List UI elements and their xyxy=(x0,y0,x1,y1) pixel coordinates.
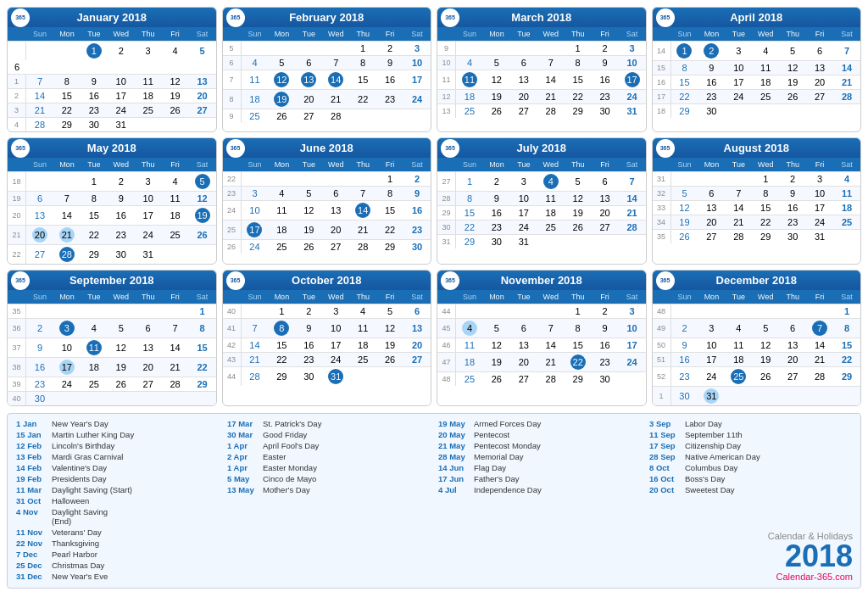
holiday-col-3: 3 SepLabor Day11 SepSeptember 11th17 Sep… xyxy=(649,419,852,496)
day-number: 26 xyxy=(303,242,314,252)
holiday-name: Flag Day xyxy=(474,463,506,472)
holiday-name: Pearl Harbor xyxy=(52,550,97,559)
day-header-Fri: Fri xyxy=(592,29,619,39)
day-cell-wrap: 10 xyxy=(806,187,833,200)
day-number: 30 xyxy=(787,232,798,242)
holiday-date: 5 May xyxy=(227,474,259,483)
day-number: 22 xyxy=(573,92,583,102)
day-cell-wrap: 20 xyxy=(592,206,619,220)
day-number: 3 xyxy=(709,323,714,333)
day-number: 26 xyxy=(492,106,502,116)
day-cell-wrap: 8 xyxy=(833,319,860,338)
day-cell-wrap: 8 xyxy=(81,192,108,205)
day-number: 14 xyxy=(842,63,852,73)
day-number: 21 xyxy=(546,92,556,102)
day-cell-wrap: 27 xyxy=(295,109,322,123)
day-number: 2 xyxy=(306,306,311,316)
day-cell-wrap: 12 xyxy=(752,338,779,352)
day-cell-wrap xyxy=(779,387,806,405)
day-number: 31 xyxy=(626,106,637,116)
holiday-name: Columbus Day xyxy=(685,463,737,472)
day-cell-wrap: 13 xyxy=(592,192,619,205)
day-number: 9 xyxy=(415,188,420,198)
holiday-name: Native American Day xyxy=(685,452,760,461)
day-header-Thu: Thu xyxy=(779,292,806,302)
day-cell-wrap xyxy=(135,118,162,131)
day-number: 29 xyxy=(197,379,207,389)
day-number: 4 xyxy=(252,58,257,68)
day-cell-wrap: 22 xyxy=(752,215,779,229)
holiday-name: Halloween xyxy=(52,496,89,505)
day-cell-wrap: 21 xyxy=(322,90,349,109)
week-row-0: 1812345 xyxy=(8,171,216,191)
holiday-row: 1 JanNew Year's Day xyxy=(16,419,219,428)
day-number: 3 xyxy=(629,43,634,53)
day-number: 23 xyxy=(89,105,99,115)
holiday-date: 17 Sep xyxy=(649,441,682,450)
day-number: 25 xyxy=(546,222,556,232)
day-number: 6 xyxy=(817,46,822,56)
day-cell-wrap: 31 xyxy=(806,230,833,243)
day-cell-wrap: 22 xyxy=(671,90,698,103)
day-cell-wrap: 24 xyxy=(135,226,162,244)
day-cell-wrap: 27 xyxy=(322,240,349,254)
day-cell-wrap: 21 xyxy=(349,220,376,239)
day-number: 14 xyxy=(815,340,825,350)
brand-url: Calendar-365.com xyxy=(768,572,853,582)
day-number: 18 xyxy=(358,340,368,350)
day-number: 31 xyxy=(116,120,126,130)
day-number: 23 xyxy=(35,379,45,389)
day-number: 15 xyxy=(760,203,771,213)
holiday-name: New Year's Day xyxy=(52,419,108,428)
day-header-Wed: Wed xyxy=(108,159,135,170)
day-headers-10: SunMonTueWedThuFriSat xyxy=(437,290,646,304)
day-cell-wrap: 21 xyxy=(537,353,565,371)
week-num: 23 xyxy=(223,187,242,200)
week-row-4: 2624252627282930 xyxy=(223,239,431,254)
day-number: 2 xyxy=(415,174,420,184)
day-cell-wrap: 10 xyxy=(322,319,349,338)
day-cell-wrap: 11 xyxy=(242,70,269,89)
day-cell-wrap: 21 xyxy=(53,226,81,244)
day-cell-wrap: 23 xyxy=(295,353,322,366)
week-num: 48 xyxy=(437,372,456,386)
month-header-9: 365October 2018 xyxy=(223,271,431,290)
day-cell-wrap: 6 xyxy=(295,56,322,70)
day-number: 30 xyxy=(303,371,314,382)
week-num: 21 xyxy=(8,226,26,244)
day-number: 3 xyxy=(59,321,75,336)
week-row-0: 351 xyxy=(8,304,216,318)
week-num: 36 xyxy=(8,319,26,338)
holiday-row: 4 JulIndependence Day xyxy=(438,485,641,494)
day-cell-wrap: 23 xyxy=(592,353,619,371)
day-number: 18 xyxy=(842,203,852,213)
day-cell-wrap: 5 xyxy=(268,56,295,70)
day-cell-wrap: 23 xyxy=(671,367,698,386)
day-header-Thu: Thu xyxy=(135,29,162,39)
day-number: 20 xyxy=(32,227,47,243)
month-card-4: 365May 2018SunMonTueWedThuFriSat18123451… xyxy=(7,137,217,265)
week-row-3: 5116171819202122 xyxy=(653,352,861,366)
day-cell-wrap: 20 xyxy=(322,220,349,239)
day-number: 7 xyxy=(333,58,338,68)
day-number: 26 xyxy=(276,111,287,121)
day-number: 19 xyxy=(760,354,771,365)
day-number: 28 xyxy=(35,120,45,130)
week-num: 2 xyxy=(8,89,26,103)
day-cell-wrap: 13 xyxy=(322,201,349,220)
day-header-Sun: Sun xyxy=(671,29,698,39)
day-number: 2 xyxy=(603,306,608,316)
day-number: 1 xyxy=(279,306,284,316)
day-number: 25 xyxy=(249,111,259,121)
day-number: 21 xyxy=(249,354,259,365)
holiday-date: 14 Jun xyxy=(438,463,470,472)
holiday-row: 28 MayMemorial Day xyxy=(438,452,641,461)
day-header-Sat: Sat xyxy=(619,29,646,39)
day-cell-wrap: 1 xyxy=(81,42,108,60)
week-num: 27 xyxy=(437,172,456,191)
day-cell-wrap: 1 xyxy=(565,42,592,55)
day-number: 19 xyxy=(303,225,314,235)
holiday-date: 16 Oct xyxy=(649,474,682,483)
week-row-2: 3312131415161718 xyxy=(653,200,861,215)
month-header-6: 365July 2018 xyxy=(437,138,646,158)
